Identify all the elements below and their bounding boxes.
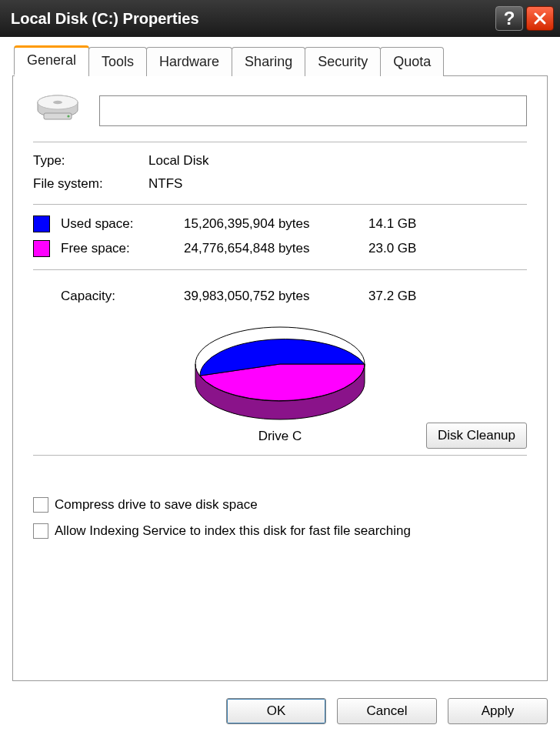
svg-point-4 <box>67 115 69 117</box>
free-label: Free space: <box>61 241 184 256</box>
used-swatch <box>33 215 50 232</box>
tab-label: Sharing <box>245 54 292 69</box>
separator <box>33 142 527 142</box>
tab-security[interactable]: Security <box>305 47 381 76</box>
titlebar: Local Disk (C:) Properties ? <box>0 0 560 37</box>
pie-chart <box>33 316 527 424</box>
disk-cleanup-button[interactable]: Disk Cleanup <box>426 423 527 449</box>
separator <box>33 269 527 270</box>
separator <box>33 204 527 205</box>
tab-label: General <box>27 52 76 68</box>
dialog-buttons: OK Cancel Apply <box>0 689 560 735</box>
help-button[interactable]: ? <box>495 6 523 31</box>
filesystem-value: NTFS <box>148 176 182 192</box>
svg-point-2 <box>53 101 62 104</box>
window-title: Local Disk (C:) Properties <box>11 10 492 28</box>
indexing-label: Allow Indexing Service to index this dis… <box>55 523 411 539</box>
tab-label: Security <box>318 54 368 69</box>
tab-label: Hardware <box>159 54 219 69</box>
properties-window: Local Disk (C:) Properties ? General Too… <box>0 0 560 735</box>
tab-quota[interactable]: Quota <box>380 47 444 76</box>
dialog-body: General Tools Hardware Sharing Security … <box>0 37 560 689</box>
ok-button[interactable]: OK <box>226 698 326 724</box>
free-swatch <box>33 240 50 257</box>
tab-label: Tools <box>102 54 134 69</box>
tab-general[interactable]: General <box>14 45 89 75</box>
used-label: Used space: <box>61 216 184 232</box>
tab-hardware[interactable]: Hardware <box>146 47 232 76</box>
type-label: Type: <box>33 153 148 169</box>
type-value: Local Disk <box>148 153 208 169</box>
volume-name-input[interactable] <box>99 95 527 126</box>
tab-strip: General Tools Hardware Sharing Security … <box>14 47 548 76</box>
free-bytes: 24,776,654,848 bytes <box>184 241 368 256</box>
close-button[interactable] <box>526 6 554 31</box>
apply-button[interactable]: Apply <box>448 698 548 724</box>
cancel-button[interactable]: Cancel <box>337 698 437 724</box>
drive-icon <box>33 93 82 128</box>
tab-tools[interactable]: Tools <box>88 47 147 76</box>
indexing-checkbox[interactable] <box>33 523 48 539</box>
compress-label: Compress drive to save disk space <box>55 497 258 513</box>
compress-checkbox[interactable] <box>33 497 48 513</box>
capacity-bytes: 39,983,050,752 bytes <box>184 289 368 304</box>
filesystem-label: File system: <box>33 176 148 192</box>
capacity-human: 37.2 GB <box>368 289 438 304</box>
used-bytes: 15,206,395,904 bytes <box>184 216 368 232</box>
close-icon <box>534 12 546 25</box>
tab-sharing[interactable]: Sharing <box>232 47 305 76</box>
separator <box>33 455 527 456</box>
free-human: 23.0 GB <box>368 241 438 256</box>
capacity-label: Capacity: <box>33 289 184 304</box>
used-human: 14.1 GB <box>368 216 438 232</box>
tab-label: Quota <box>393 54 431 69</box>
tab-panel-general: Type: Local Disk File system: NTFS Used … <box>12 75 548 681</box>
